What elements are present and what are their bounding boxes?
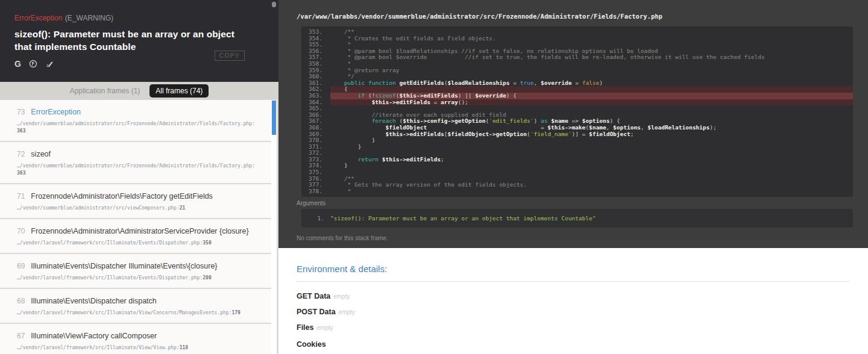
frame-path: …/vendor/summerblue/administrator/src/vi…	[17, 205, 256, 212]
line-code: /**	[330, 176, 853, 182]
frame-path: …/vendor/laravel/framework/src/Illuminat…	[17, 275, 256, 282]
line-code: }	[330, 163, 853, 169]
frame-line-number: 363	[17, 170, 25, 176]
frame-path: …/vendor/laravel/framework/src/Illuminat…	[17, 240, 256, 247]
line-code: }	[330, 137, 853, 144]
frame-number: 70	[17, 227, 25, 235]
frame-head: 69Illuminate\Events\Dispatcher Illuminat…	[17, 260, 256, 271]
line-code: * Creates the edit fields as Field objec…	[330, 36, 853, 42]
line-code: */	[330, 73, 853, 80]
frame-line-number: 363	[17, 128, 25, 134]
frame-number: 68	[17, 297, 25, 305]
code-block: 353. /**354. * Creates the edit fields a…	[301, 26, 853, 197]
environment-details-section: Environment & details: GET DataemptyPOST…	[278, 248, 868, 354]
exception-class-row: ErrorException (E_WARNING)	[14, 12, 264, 23]
stack-frame[interactable]: 71Frozennode\Administrator\Fields\Factor…	[0, 184, 271, 218]
no-comments-note: No comments for this stack frame.	[297, 235, 388, 241]
code-line: 369. $this->editFields[$fieldObject->get…	[301, 131, 853, 138]
frame-number: 73	[17, 108, 25, 116]
argument-item: 1."sizeof(): Parameter must be an array …	[301, 215, 853, 222]
code-line: 370. }	[301, 137, 853, 144]
line-code: $this->editFields[$fieldObject->getOptio…	[330, 131, 853, 138]
frame-head: 73ErrorException	[17, 106, 256, 117]
line-code: $fieldObject = $this->make($name, $optio…	[330, 125, 853, 131]
search-links-row: G	[14, 60, 264, 68]
left-scrollbar-track[interactable]	[271, 100, 277, 354]
frame-head: 70Frozennode\Administrator\Administrator…	[17, 225, 256, 236]
left-scrollbar-thumb[interactable]	[272, 101, 276, 135]
google-icon[interactable]: G	[14, 60, 21, 68]
exception-message: sizeof(): Parameter must be an array or …	[14, 28, 245, 53]
frame-file-path: /var/www/larabbs/vendor/summerblue/admin…	[297, 13, 662, 20]
line-code: return $this->editFields;	[330, 157, 853, 163]
frame-path: …/vendor/laravel/framework/src/Illuminat…	[17, 344, 256, 352]
cookies-heading: Cookies	[297, 340, 850, 349]
divider	[297, 281, 850, 282]
arguments-box: 1."sizeof(): Parameter must be an array …	[301, 209, 853, 228]
line-code: * @param bool $loadRelationships //if se…	[330, 48, 853, 55]
frame-head: 67Illuminate\View\Factory callComposer	[17, 330, 256, 341]
stack-frame[interactable]: 70Frozennode\Administrator\Administrator…	[0, 219, 271, 253]
exception-header: ErrorException (E_WARNING) sizeof(): Par…	[0, 0, 278, 82]
line-code	[330, 150, 853, 157]
frame-number: 71	[17, 192, 25, 200]
code-line: 359. * @return array	[301, 67, 853, 74]
stack-frame[interactable]: 68Illuminate\Events\Dispatcher dispatch……	[0, 289, 271, 323]
frame-head: 68Illuminate\Events\Dispatcher dispatch	[17, 295, 256, 306]
arguments-label: Arguments	[297, 200, 326, 206]
frame-line-number: 118	[180, 345, 188, 350]
env-rows: GET DataemptyPOST DataemptyFilesempty	[297, 290, 850, 332]
code-line: 360. */	[301, 73, 853, 80]
line-code: /**	[330, 29, 853, 36]
copy-button[interactable]: COPY	[215, 51, 245, 61]
env-row-empty: empty	[317, 324, 333, 331]
frame-title: Illuminate\Events\Dispatcher Illuminate\…	[31, 262, 217, 270]
frame-title: Illuminate\Events\Dispatcher dispatch	[31, 297, 156, 305]
code-line: 377. * Gets the array version of the edi…	[301, 182, 853, 188]
frame-number: 69	[17, 262, 25, 270]
code-line: 374. }	[301, 163, 853, 169]
left-scrollbar-top-thumb[interactable]	[272, 2, 276, 7]
line-code: if (!sizeof($this->editFields) || $overr…	[330, 93, 853, 99]
stack-frames-list: 73ErrorException…/vendor/summerblue/admi…	[0, 100, 271, 354]
code-line: 367. foreach ($this->config->getOption('…	[301, 118, 853, 125]
line-number: 378.	[301, 188, 330, 195]
frame-path: …/vendor/summerblue/administrator/src/Fr…	[17, 120, 256, 135]
line-number: 353.	[301, 29, 330, 36]
code-line: 372.	[301, 150, 853, 157]
frame-detail-panel: /var/www/larabbs/vendor/summerblue/admin…	[278, 0, 868, 354]
line-code: {	[330, 86, 853, 93]
argument-value: "sizeof(): Parameter must be an array or…	[330, 215, 596, 222]
code-line: 361. public function getEditFields($load…	[301, 80, 853, 87]
code-line: 357. * @param bool $override //if set to…	[301, 54, 853, 61]
code-line: 355. *	[301, 42, 853, 48]
stack-frame[interactable]: 72sizeof…/vendor/summerblue/administrato…	[0, 142, 271, 183]
exception-severity: (E_WARNING)	[65, 14, 113, 22]
code-line: 363. if (!sizeof($this->editFields) || $…	[301, 93, 853, 99]
stack-frame[interactable]: 67Illuminate\View\Factory callComposer…/…	[0, 324, 271, 354]
line-code: * @return array	[330, 67, 853, 74]
line-code: }	[330, 144, 853, 151]
tab-all-frames[interactable]: All frames (74)	[149, 84, 209, 98]
code-line: 354. * Creates the edit fields as Field …	[301, 36, 853, 42]
env-row-label: Files	[297, 323, 314, 332]
frame-line-number: 179	[231, 310, 240, 315]
code-line: 353. /**	[301, 29, 853, 36]
env-row: GET Dataempty	[297, 290, 850, 301]
annotate-icon[interactable]	[45, 60, 54, 68]
line-code: $this->editFields = array();	[330, 99, 853, 106]
line-number: 368.	[301, 125, 330, 131]
line-number: 363.	[301, 93, 330, 99]
stack-frame[interactable]: 73ErrorException…/vendor/summerblue/admi…	[0, 100, 271, 141]
code-line: 368. $fieldObject = $this->make($name, $…	[301, 125, 853, 131]
env-row-label: GET Data	[297, 292, 330, 300]
tab-application-frames[interactable]: Application frames (1)	[70, 87, 140, 95]
exception-class: ErrorException	[14, 14, 62, 22]
code-line: 373. return $this->editFields;	[301, 157, 853, 163]
stackoverflow-icon[interactable]	[29, 60, 37, 68]
code-line: 364. $this->editFields = array();	[301, 99, 853, 106]
environment-details-heading: Environment & details:	[297, 264, 850, 274]
code-line: 371. }	[301, 144, 853, 151]
stack-frame[interactable]: 69Illuminate\Events\Dispatcher Illuminat…	[0, 254, 271, 288]
line-code: *	[330, 188, 853, 195]
